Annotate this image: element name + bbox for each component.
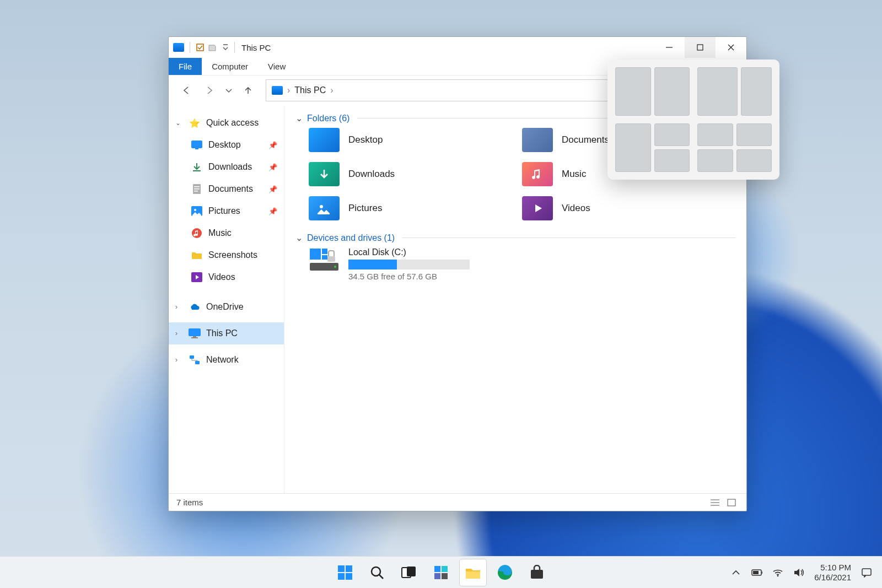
pictures-folder-icon xyxy=(309,196,340,220)
snap-zone[interactable] xyxy=(615,67,651,116)
folder-desktop[interactable]: Desktop xyxy=(309,128,522,152)
svg-rect-9 xyxy=(194,188,200,190)
taskbar-date: 6/16/2021 xyxy=(814,573,851,582)
status-bar: 7 items xyxy=(169,493,746,511)
group-drives[interactable]: ⌄ Devices and drives (1) xyxy=(295,233,735,243)
documents-icon xyxy=(191,183,203,195)
svg-point-13 xyxy=(192,228,202,238)
sidebar-onedrive[interactable]: › OneDrive xyxy=(169,296,284,318)
this-pc-icon xyxy=(272,86,283,95)
snap-zone[interactable] xyxy=(654,123,690,146)
svg-point-20 xyxy=(320,205,323,208)
battery-icon[interactable] xyxy=(751,567,762,578)
chevron-down-icon: ⌄ xyxy=(295,113,303,123)
taskbar-task-view[interactable] xyxy=(396,559,422,586)
svg-rect-22 xyxy=(322,249,327,254)
snap-zone[interactable] xyxy=(654,67,690,116)
maximize-button[interactable] xyxy=(685,37,716,58)
tray-overflow[interactable] xyxy=(730,567,741,578)
taskbar-file-explorer[interactable] xyxy=(460,559,486,586)
wifi-icon[interactable] xyxy=(772,567,783,578)
system-tray: 5:10 PM 6/16/2021 xyxy=(730,563,882,582)
qat-item[interactable] xyxy=(208,42,218,52)
snap-zone[interactable] xyxy=(741,67,772,116)
sidebar-item-videos[interactable]: Videos xyxy=(169,266,284,288)
sidebar-network[interactable]: › Network xyxy=(169,349,284,371)
chevron-right-icon: › xyxy=(175,356,183,364)
volume-icon[interactable] xyxy=(793,567,804,578)
svg-rect-51 xyxy=(862,569,871,575)
snap-layout-four[interactable] xyxy=(697,123,772,172)
snap-zone[interactable] xyxy=(654,149,690,172)
sidebar-item-label: Quick access xyxy=(206,118,259,128)
sidebar-item-desktop[interactable]: Desktop 📌 xyxy=(169,134,284,156)
sidebar-item-music[interactable]: Music xyxy=(169,222,284,244)
snap-zone[interactable] xyxy=(697,149,733,172)
chevron-right-icon: › xyxy=(175,330,183,337)
folder-label: Desktop xyxy=(348,134,383,145)
drive-local-disk-c[interactable]: Local Disk (C:) 34.5 GB free of 57.6 GB xyxy=(309,247,735,281)
qat-dropdown[interactable] xyxy=(222,42,229,52)
sidebar-item-label: Music xyxy=(208,228,232,238)
sidebar-this-pc[interactable]: › This PC xyxy=(169,322,284,344)
view-large-icons-button[interactable] xyxy=(724,497,739,509)
desktop-folder-icon xyxy=(309,128,340,152)
folder-downloads[interactable]: Downloads xyxy=(309,162,522,186)
sidebar-item-label: OneDrive xyxy=(206,302,244,312)
folder-label: Downloads xyxy=(348,169,395,180)
snap-layout-two-even[interactable] xyxy=(615,67,690,116)
up-button[interactable] xyxy=(238,80,258,100)
tab-view[interactable]: View xyxy=(258,58,295,75)
qat-item[interactable] xyxy=(195,42,205,52)
snap-zone[interactable] xyxy=(615,123,651,172)
breadcrumb-this-pc[interactable]: This PC xyxy=(294,85,326,95)
svg-rect-17 xyxy=(191,337,198,338)
back-button[interactable] xyxy=(176,80,196,100)
snap-zone[interactable] xyxy=(736,123,772,146)
drive-label: Local Disk (C:) xyxy=(348,247,470,257)
taskbar-search[interactable] xyxy=(364,559,390,586)
svg-point-36 xyxy=(372,567,380,576)
music-folder-icon xyxy=(522,162,553,186)
snap-layout-two-uneven[interactable] xyxy=(697,67,772,116)
close-button[interactable] xyxy=(716,37,746,58)
folder-videos[interactable]: Videos xyxy=(522,196,735,220)
svg-point-25 xyxy=(334,266,336,268)
tab-file[interactable]: File xyxy=(169,58,202,75)
snap-zone[interactable] xyxy=(697,123,733,146)
tab-computer[interactable]: Computer xyxy=(202,58,258,75)
sidebar-item-pictures[interactable]: Pictures 📌 xyxy=(169,200,284,222)
snap-zone[interactable] xyxy=(697,67,738,116)
titlebar-separator xyxy=(234,42,235,53)
snap-layout-three[interactable] xyxy=(615,123,690,172)
snap-zone[interactable] xyxy=(736,149,772,172)
view-details-button[interactable] xyxy=(708,497,722,509)
svg-rect-40 xyxy=(434,566,440,572)
forward-button[interactable] xyxy=(200,80,219,100)
taskbar-widgets[interactable] xyxy=(428,559,454,586)
history-dropdown[interactable] xyxy=(223,80,235,100)
folder-pictures[interactable]: Pictures xyxy=(309,196,522,220)
sidebar-item-downloads[interactable]: Downloads 📌 xyxy=(169,156,284,178)
sidebar-item-label: Pictures xyxy=(208,206,240,216)
taskbar-clock[interactable]: 5:10 PM 6/16/2021 xyxy=(814,563,851,582)
svg-rect-33 xyxy=(346,565,352,572)
sidebar-item-screenshots[interactable]: Screenshots xyxy=(169,244,284,266)
minimize-button[interactable] xyxy=(654,37,685,58)
titlebar-separator xyxy=(190,42,190,53)
notifications-button[interactable] xyxy=(861,567,872,578)
svg-rect-6 xyxy=(195,148,198,149)
taskbar-store[interactable] xyxy=(524,559,550,586)
svg-rect-31 xyxy=(728,499,735,506)
drive-usage-bar xyxy=(348,260,470,269)
taskbar: 5:10 PM 6/16/2021 xyxy=(0,556,882,588)
svg-rect-5 xyxy=(191,141,202,148)
taskbar-edge[interactable] xyxy=(492,559,518,586)
start-button[interactable] xyxy=(332,559,358,586)
chevron-right-icon: › xyxy=(330,85,333,95)
svg-line-37 xyxy=(379,575,383,579)
svg-rect-8 xyxy=(194,186,200,187)
sidebar-quick-access[interactable]: ⌄ ⭐ Quick access xyxy=(169,112,284,134)
sidebar-item-documents[interactable]: Documents 📌 xyxy=(169,178,284,200)
svg-rect-43 xyxy=(442,573,448,579)
